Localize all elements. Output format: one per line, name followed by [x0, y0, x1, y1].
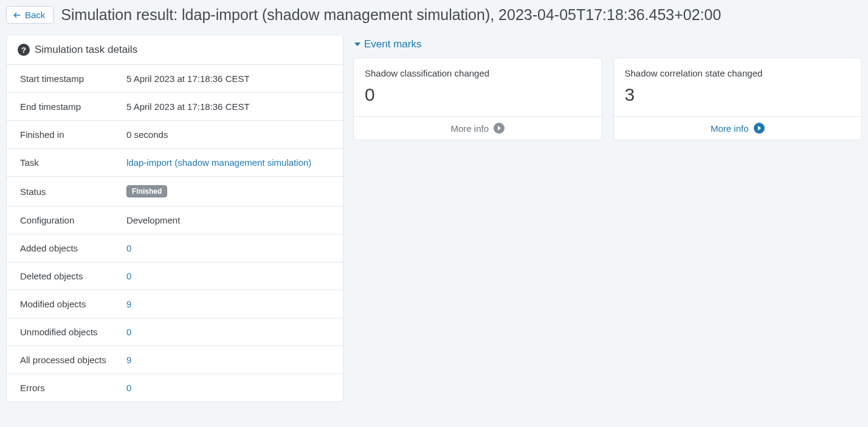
row-label: Finished in	[20, 129, 126, 140]
event-marks-title: Event marks	[364, 38, 421, 50]
row-errors: Errors 0	[7, 374, 343, 401]
objects-link[interactable]: 0	[126, 327, 131, 337]
help-icon[interactable]: ?	[18, 44, 30, 56]
row-label: Deleted objects	[20, 271, 126, 281]
row-end-timestamp: End timestamp 5 April 2023 at 17:18:36 C…	[7, 93, 343, 121]
card-shadow-classification: Shadow classification changed 0 More inf…	[353, 58, 602, 140]
row-label: End timestamp	[20, 101, 126, 112]
row-start-timestamp: Start timestamp 5 April 2023 at 17:18:36…	[7, 65, 343, 93]
row-all-processed-objects: All processed objects 9	[7, 346, 343, 374]
more-info-label: More info	[450, 123, 489, 134]
row-value: Development	[126, 215, 180, 225]
page-header: Back Simulation result: ldap-import (sha…	[6, 6, 862, 24]
details-panel-title: Simulation task details	[35, 44, 137, 56]
details-panel: ? Simulation task details Start timestam…	[6, 35, 343, 402]
arrow-left-icon	[13, 11, 21, 19]
row-value: 0 seconds	[126, 129, 168, 140]
back-button-label: Back	[25, 10, 45, 20]
card-title: Shadow classification changed	[365, 68, 591, 78]
card-title: Shadow correlation state changed	[625, 68, 851, 78]
card-count: 0	[365, 84, 591, 105]
back-button[interactable]: Back	[6, 6, 53, 24]
row-deleted-objects: Deleted objects 0	[7, 262, 343, 290]
row-label: Start timestamp	[20, 73, 126, 84]
arrow-right-circle-icon	[754, 123, 765, 134]
event-marks-cards: Shadow classification changed 0 More inf…	[353, 58, 862, 140]
row-value: 5 April 2023 at 17:18:36 CEST	[126, 73, 250, 84]
row-label: Added objects	[20, 243, 126, 253]
card-count: 3	[625, 84, 851, 105]
objects-link[interactable]: 9	[126, 355, 131, 365]
row-finished-in: Finished in 0 seconds	[7, 121, 343, 149]
row-unmodified-objects: Unmodified objects 0	[7, 318, 343, 346]
objects-link[interactable]: 9	[126, 299, 131, 309]
more-info-button[interactable]: More info	[614, 116, 862, 140]
row-value: Finished	[126, 185, 167, 197]
objects-link[interactable]: 0	[126, 383, 131, 393]
objects-link[interactable]: 0	[126, 271, 131, 281]
row-configuration: Configuration Development	[7, 207, 343, 234]
arrow-right-circle-icon	[494, 123, 505, 134]
row-added-objects: Added objects 0	[7, 234, 343, 262]
page-title: Simulation result: ldap-import (shadow m…	[61, 6, 721, 24]
row-status: Status Finished	[7, 177, 343, 207]
row-label: Task	[20, 157, 126, 168]
row-label: Modified objects	[20, 299, 126, 309]
task-link[interactable]: ldap-import (shadow management simulatio…	[126, 157, 311, 168]
row-modified-objects: Modified objects 9	[7, 290, 343, 318]
row-label: All processed objects	[20, 355, 126, 365]
status-badge: Finished	[126, 185, 167, 197]
row-label: Status	[20, 186, 126, 197]
caret-down-icon	[354, 43, 360, 46]
row-task: Task ldap-import (shadow management simu…	[7, 149, 343, 177]
row-label: Errors	[20, 383, 126, 393]
row-value: 5 April 2023 at 17:18:36 CEST	[126, 101, 250, 112]
row-label: Unmodified objects	[20, 327, 126, 337]
card-shadow-correlation: Shadow correlation state changed 3 More …	[613, 58, 863, 140]
details-panel-header: ? Simulation task details	[7, 35, 343, 65]
more-info-label: More info	[711, 123, 749, 134]
row-label: Configuration	[20, 215, 126, 225]
event-marks-toggle[interactable]: Event marks	[353, 35, 862, 58]
objects-link[interactable]: 0	[126, 243, 131, 253]
more-info-button[interactable]: More info	[354, 116, 602, 140]
